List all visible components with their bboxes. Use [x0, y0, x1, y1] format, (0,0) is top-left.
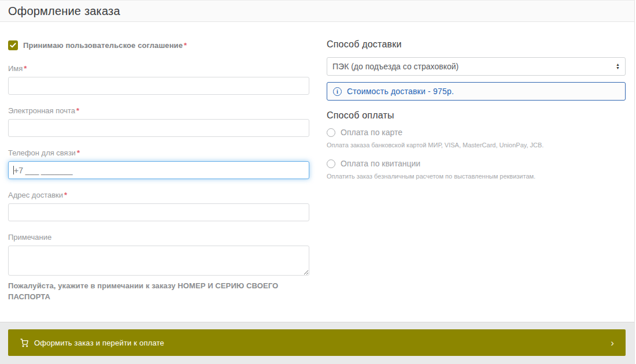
email-input[interactable]	[8, 119, 309, 137]
required-mark: *	[24, 64, 27, 73]
delivery-selected-option: ПЭК (до подъезда со страховкой)	[332, 62, 458, 71]
payment-option-invoice: Оплата по квитанции Оплатить заказ безна…	[327, 159, 626, 180]
required-mark: *	[64, 191, 67, 199]
delivery-cost-text: Стоимость доставки - 975р.	[347, 87, 454, 96]
address-input[interactable]	[8, 203, 309, 221]
agreement-row[interactable]: Принимаю пользовательское соглашение*	[8, 40, 309, 50]
order-form: Принимаю пользовательское соглашение* Им…	[8, 39, 309, 322]
required-mark: *	[76, 106, 79, 115]
submit-button-label: Оформить заказ и перейти к оплате	[34, 339, 164, 347]
phone-label: Телефон для связи*	[8, 148, 309, 157]
payment-card-label: Оплата по карте	[341, 128, 402, 137]
checkout-page: Оформление заказа Принимаю пользовательс…	[0, 0, 635, 364]
payment-option-card: Оплата по карте Оплата заказа банковской…	[327, 128, 626, 148]
email-label-text: Электронная почта	[8, 106, 75, 115]
email-label: Электронная почта*	[8, 106, 309, 115]
info-icon: i	[333, 87, 342, 96]
payment-card-radio-row[interactable]: Оплата по карте	[327, 128, 626, 137]
page-header: Оформление заказа	[0, 1, 634, 22]
chevron-right-icon: ›	[611, 338, 614, 348]
required-mark: *	[184, 41, 187, 50]
agreement-label: Принимаю пользовательское соглашение*	[23, 41, 187, 50]
note-field-group: Примечание	[8, 233, 309, 276]
note-label-text: Примечание	[8, 233, 51, 242]
phone-mask-value: +7 ___ _______	[14, 166, 73, 175]
radio-icon[interactable]	[327, 159, 335, 168]
delivery-payment-panel: Способ доставки ПЭК (до подъезда со стра…	[327, 39, 626, 322]
required-mark: *	[77, 148, 80, 157]
delivery-heading: Способ доставки	[327, 39, 626, 50]
note-label: Примечание	[8, 233, 309, 242]
delivery-method-select[interactable]: ПЭК (до подъезда со страховкой) ▲▼	[327, 57, 626, 76]
agreement-checkbox[interactable]	[8, 40, 18, 50]
cart-icon	[20, 338, 29, 347]
radio-icon[interactable]	[327, 128, 335, 137]
agreement-label-text: Принимаю пользовательское соглашение	[23, 41, 183, 50]
checkout-main: Принимаю пользовательское соглашение* Им…	[0, 22, 634, 322]
phone-input[interactable]: +7 ___ _______	[8, 161, 309, 179]
address-label: Адрес доставки*	[8, 191, 309, 199]
email-field-group: Электронная почта*	[8, 106, 309, 137]
address-field-group: Адрес доставки*	[8, 191, 309, 221]
name-label-text: Имя	[8, 64, 23, 73]
passport-note: Пожалуйста, укажите в примечании к заказ…	[8, 280, 286, 302]
address-label-text: Адрес доставки	[8, 191, 63, 199]
payment-card-description: Оплата заказа банковской картой МИР, VIS…	[327, 142, 626, 148]
name-input[interactable]	[8, 77, 309, 95]
payment-invoice-label: Оплата по квитанции	[341, 159, 420, 168]
phone-field-group: Телефон для связи* +7 ___ _______	[8, 148, 309, 179]
payment-invoice-radio-row[interactable]: Оплата по квитанции	[327, 159, 626, 168]
name-label: Имя*	[8, 64, 309, 73]
delivery-cost-alert: i Стоимость доставки - 975р.	[327, 82, 626, 101]
select-arrows-icon: ▲▼	[616, 63, 620, 70]
payment-invoice-description: Оплатить заказ безналичным расчетом по в…	[327, 173, 626, 180]
note-textarea[interactable]	[8, 246, 309, 276]
submit-order-button[interactable]: Оформить заказ и перейти к оплате ›	[8, 329, 626, 356]
phone-label-text: Телефон для связи	[8, 148, 76, 157]
check-icon	[10, 42, 16, 49]
checkout-footer: Оформить заказ и перейти к оплате ›	[0, 322, 634, 364]
page-title: Оформление заказа	[8, 5, 120, 18]
payment-heading: Способ оплаты	[327, 110, 626, 121]
name-field-group: Имя*	[8, 64, 309, 95]
